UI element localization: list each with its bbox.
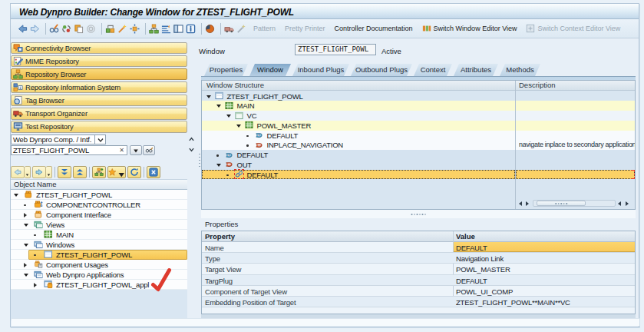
tree-item-component-interface[interactable]: Component Interface [11,210,187,220]
back-icon[interactable] [18,23,28,35]
tab-methods[interactable]: Methods [500,64,540,76]
expander-expanded-icon[interactable] [24,244,28,247]
scroll-left-icon[interactable] [618,201,621,206]
sort-icon[interactable] [161,23,171,35]
expander-expanded-icon[interactable] [24,274,28,277]
horizontal-splitter[interactable] [201,210,636,218]
history-forward-icon[interactable] [32,166,46,178]
structure-item-default[interactable]: DEFAULT [202,170,635,180]
tab-inbound-plugs[interactable]: Inbound Plugs [292,64,349,76]
display-object-button[interactable] [143,145,155,155]
property-value: Navigation Link [456,254,504,263]
tab-window[interactable]: Window [249,64,291,76]
tab-attributes[interactable]: Attributes [454,64,498,76]
tree-item-windows[interactable]: Windows [11,240,187,250]
structure-item-out[interactable]: OUT [202,160,635,170]
sidebar-item-test-repository[interactable]: Test Repository [11,121,187,133]
toolbar-button-switch-window-editor-view[interactable]: Switch Window Editor View [422,24,517,33]
structure-item-default[interactable]: DEFAULT [202,131,635,141]
property-row-type[interactable]: TypeNavigation Link [202,253,635,264]
clear-icon[interactable]: ✕ [119,147,127,154]
transport-icon[interactable] [224,23,234,35]
tab-outbound-plugs[interactable]: Outbound Plugs [351,64,412,76]
tree-item-views[interactable]: Views [11,220,187,230]
history-forward-dropdown[interactable] [46,166,52,178]
expander-expanded-icon[interactable] [14,194,18,197]
hierarchy-icon[interactable] [149,23,159,35]
close-icon[interactable] [147,166,160,178]
tree-item-componentcontroller[interactable]: COMPONENTCONTROLLER [11,200,187,210]
refresh-icon[interactable] [61,23,71,35]
structure-item-inplace_navigation[interactable]: INPLACE_NAVIGATIONnavigate inplace to se… [202,140,635,150]
sidebar-item-connectivity-browser[interactable]: Connectivity Browser [11,42,187,55]
expander-collapsed-icon[interactable] [24,263,27,267]
chevron-down-icon[interactable] [94,135,105,144]
info-icon[interactable] [186,23,196,35]
refresh-icon[interactable] [127,166,141,178]
collapse-all-icon[interactable] [73,166,87,178]
tree-item-ztest_flight_powl[interactable]: ZTEST_FLIGHT_POWL [11,190,187,200]
property-row-embedding-position-of-target[interactable]: Embedding Position of TargetZTEST_FLIGHT… [202,297,635,307]
object-type-select[interactable]: Web Dynpro Comp. / Intf. [11,134,106,144]
object-name-input[interactable]: ZTEST_FLIGHT_POWL ✕ [11,145,127,155]
sidebar-item-label: MIME Repository [25,57,79,65]
property-row-targplug[interactable]: TargPlugDEFAULT [202,275,635,286]
scroll-right-icon[interactable] [526,201,529,206]
expander-expanded-icon[interactable] [216,164,221,167]
structure-item-main[interactable]: MAIN [202,101,635,111]
expander-expanded-icon[interactable] [216,105,221,108]
structure-item-powl_master[interactable]: POWL_MASTER [202,121,635,131]
structure-item-ztest_flight_powl[interactable]: ZTEST_FLIGHT_POWL [202,91,635,101]
create-object-icon[interactable] [105,23,115,35]
window-name-field[interactable]: ZTEST_FLIGHT_POWL [295,44,376,55]
toolbar-button-switch-context-editor-view[interactable]: Switch Context Editor View [526,24,620,33]
toolbar-button-pattern[interactable]: Pattern [253,25,276,32]
test-object-icon[interactable] [130,23,140,35]
description-scrollbar[interactable] [516,201,635,208]
tree-item-main[interactable]: MAIN [11,230,187,240]
expander-collapsed-icon[interactable] [34,283,37,287]
copy-icon[interactable] [74,23,84,35]
expander-expanded-icon[interactable] [226,115,231,118]
expand-all-icon[interactable] [58,166,71,178]
sidebar-item-repository-browser[interactable]: Repository Browser [11,68,187,81]
structure-item-vc[interactable]: VC [202,111,635,121]
toolbar-button-pretty-printer[interactable]: Pretty Printer [285,25,325,32]
structure-item-default[interactable]: DEFAULT [202,150,635,160]
toolbar-button-controller-documentation[interactable]: Controller Documentation [335,25,413,32]
history-back-dropdown[interactable] [25,166,31,178]
object-dropdown-button[interactable] [130,145,142,155]
tab-context[interactable]: Context [414,64,452,76]
expander-expanded-icon[interactable] [24,224,28,227]
layout-icon[interactable] [173,23,183,35]
pattern-wizard-icon[interactable] [236,23,246,35]
property-row-name[interactable]: NameDEFAULT [202,242,635,253]
leaf-bullet [34,234,36,237]
expander-expanded-icon[interactable] [236,124,241,128]
sidebar-item-transport-organizer[interactable]: Transport Organizer [11,108,187,120]
expander-collapsed-icon[interactable] [24,213,27,217]
sidebar-item-mime-repository[interactable]: MIME Repository [11,55,187,68]
display-change-icon[interactable] [49,23,59,35]
add-hierarchy-icon[interactable] [92,166,106,178]
tab-properties[interactable]: Properties [204,64,248,76]
scroll-right-icon[interactable] [626,201,629,206]
favorites-icon[interactable] [107,166,126,178]
change-object-icon[interactable] [117,23,127,35]
property-row-component-of-target-view[interactable]: Component of Target ViewPOWL_UI_COMP [202,286,635,297]
property-row-target-view[interactable]: Target ViewPOWL_MASTER [202,264,635,274]
pie-chart-icon[interactable] [205,23,215,35]
tree-item-ztest_flight_powl[interactable]: ZTEST_FLIGHT_POWL [11,250,187,260]
scrollbar-track[interactable] [533,200,616,207]
sidebar-item-repository-information-system[interactable]: Repository Information System [11,81,187,94]
vertical-splitter-handle[interactable] [199,151,200,169]
scroll-left-icon[interactable] [519,201,522,206]
splitter-handle[interactable] [411,214,427,215]
history-back-icon[interactable] [11,166,25,178]
inactive-icon[interactable] [86,23,96,35]
sidebar-item-tag-browser[interactable]: Tag Browser [11,95,187,107]
toolbar-separator [89,167,90,178]
scrollbar-thumb[interactable] [537,201,586,206]
forward-icon[interactable] [30,23,40,35]
expander-expanded-icon[interactable] [206,95,211,98]
